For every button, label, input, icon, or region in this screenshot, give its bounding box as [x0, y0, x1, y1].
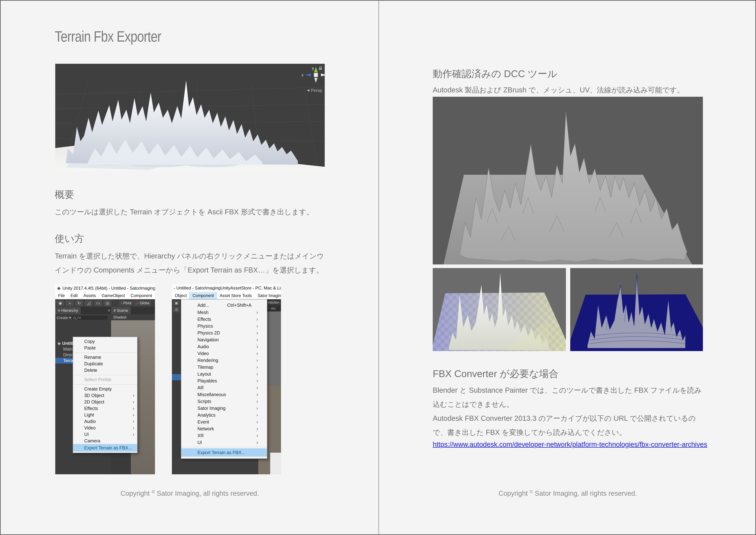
scene-tab[interactable]: # Scene: [111, 307, 131, 314]
rect-tool-icon[interactable]: ▭: [94, 300, 102, 306]
component-menu-item[interactable]: Sator Imaging ›: [181, 405, 267, 411]
context-menu-item[interactable]: Delete ›: [73, 367, 137, 375]
context-menu-item[interactable]: Video ›: [73, 425, 137, 431]
menu-item[interactable]: Assets: [81, 292, 99, 299]
rotate-tool-icon[interactable]: ↻: [75, 300, 83, 306]
submenu-chevron-icon: ›: [256, 343, 258, 350]
component-menu-item[interactable]: Rendering ›: [181, 357, 267, 364]
global-icon: ⊘: [136, 301, 139, 305]
menu-separator: [181, 447, 267, 447]
component-menu-item[interactable]: Miscellaneous ›: [181, 391, 267, 398]
context-menu-item[interactable]: 2D Object ›: [73, 399, 137, 405]
window-title: Unity 2017.4.4f1 (64bit) - Untitled - Sa…: [63, 286, 155, 291]
context-menu-item[interactable]: Rename ›: [73, 354, 137, 360]
bottom-dark-panel: [172, 459, 258, 474]
context-menu-item[interactable]: Duplicate ›: [73, 360, 137, 367]
dcc-heading: 動作確認済みの DCC ツール: [433, 68, 557, 80]
component-menu-item[interactable]: Playables ›: [181, 378, 267, 384]
submenu-chevron-icon: ›: [256, 425, 258, 432]
menu-item[interactable]: GameObject: [99, 292, 128, 299]
submenu-chevron-icon: ›: [256, 439, 258, 446]
dropdown-arrow-icon: ▾: [69, 316, 71, 320]
usage-body-line1: Terrain を選択した状態で、Hierarchy パネルの右クリックメニュー…: [55, 251, 324, 261]
context-menu-item[interactable]: Create Empty ›: [73, 386, 137, 392]
center-tool-icon[interactable]: ◎: [103, 300, 111, 306]
menu-item[interactable]: Component: [128, 292, 155, 299]
export-terrain-menu-item[interactable]: Export Terrain as FBX...: [73, 444, 137, 452]
component-menu-item[interactable]: Navigation ›: [181, 336, 267, 343]
create-button[interactable]: Create ▾: [57, 316, 71, 320]
hierarchy-tab[interactable]: ≡ Hierarchy: [55, 307, 81, 314]
component-menu-item[interactable]: Tilemap ›: [181, 364, 267, 371]
menu-item[interactable]: Asset Store Tools: [217, 292, 255, 299]
terrain-scene-graphic: y z Persp: [55, 64, 325, 171]
component-menu-item[interactable]: Network ›: [181, 425, 267, 432]
menu-item[interactable]: Sator Imaging: [255, 292, 281, 299]
fbx-body-line1: Blender と Substance Painter では、このツールで書き出…: [433, 385, 702, 395]
global-button[interactable]: ⊘Globa: [134, 300, 151, 306]
right-panel-column: election ∷ Ani: [267, 299, 281, 474]
component-menu-item[interactable]: Video ›: [181, 350, 267, 357]
animation-panel-label: Ani: [271, 307, 276, 310]
submenu-chevron-icon: ›: [256, 418, 258, 425]
submenu-chevron-icon: ›: [256, 316, 258, 323]
scale-tool-icon[interactable]: ◿: [85, 300, 93, 306]
component-menu-item[interactable]: Layout ›: [181, 371, 267, 378]
context-menu-item[interactable]: Audio ›: [73, 418, 137, 425]
component-menu-item[interactable]: Mesh ›: [181, 309, 267, 316]
component-menu-item[interactable]: UI ›: [181, 439, 267, 446]
shaded-dropdown[interactable]: Shaded: [111, 314, 155, 320]
context-menu-item[interactable]: Light ›: [73, 411, 137, 418]
component-menu-item[interactable]: XR ›: [181, 432, 267, 439]
add-menu-item[interactable]: Add... Ctrl+Shift+A: [181, 301, 267, 309]
gizmo-center-cube: [314, 73, 318, 77]
dcc-body: Autodesk 製品および ZBrush で、メッシュ、UV、法線が読み込み可…: [433, 85, 684, 95]
move-tool-icon[interactable]: ＋: [66, 300, 74, 306]
submenu-chevron-icon: ›: [256, 309, 258, 316]
menu-item[interactable]: Component: [190, 292, 217, 299]
lock-icon[interactable]: [319, 68, 322, 70]
menu-item[interactable]: Edit: [68, 292, 81, 299]
context-menu: Copy › Paste › Rename › Duplicate ›: [73, 337, 138, 453]
window-titlebar: - Untitled - SatorImagingUnityAssetStore…: [172, 284, 281, 292]
component-menu-item[interactable]: Scripts ›: [181, 398, 267, 405]
overview-heading: 概要: [55, 188, 74, 201]
component-menu-item[interactable]: Event ›: [181, 418, 267, 425]
usage-body-line2: インドウの Components メニューから「Export Terrain a…: [55, 265, 323, 275]
export-terrain-menu-item[interactable]: Export Terrain as FBX...: [181, 448, 267, 457]
menu-item[interactable]: Object: [172, 292, 190, 299]
submenu-chevron-icon: ›: [256, 371, 258, 378]
context-menu-item[interactable]: Effects ›: [73, 405, 137, 411]
submenu-chevron-icon: ›: [256, 411, 258, 418]
component-menu-item[interactable]: Audio ›: [181, 343, 267, 350]
search-input[interactable]: All: [72, 316, 108, 320]
pivot-button[interactable]: ▪Pivot: [119, 300, 133, 306]
component-menu-item[interactable]: AR ›: [181, 384, 267, 391]
context-menu-item[interactable]: Copy ›: [73, 338, 137, 345]
toolbar: ◉ ＋ ↻ ◿ ▭ ◎ ▪Pivot ⊘Globa: [55, 299, 155, 307]
context-menu-item[interactable]: 3D Object ›: [73, 392, 137, 399]
component-menu-item[interactable]: Analytics ›: [181, 411, 267, 418]
context-menu-item[interactable]: Select Prefab ›: [73, 376, 137, 384]
submenu-chevron-icon: ›: [256, 329, 258, 336]
gizmo-z-label: z: [302, 73, 304, 77]
menu-item[interactable]: File: [55, 292, 68, 299]
component-menu-item[interactable]: Physics 2D ›: [181, 329, 267, 336]
submenu-chevron-icon: ›: [133, 405, 134, 411]
submenu-chevron-icon: ›: [256, 398, 258, 405]
fbx-converter-archive-link[interactable]: https://www.autodesk.com/developer-netwo…: [433, 440, 707, 448]
panel-menu-icon[interactable]: ≡: [108, 308, 110, 313]
selected-row-sliver: [172, 374, 181, 380]
submenu-chevron-icon: ›: [256, 391, 258, 398]
context-menu-item[interactable]: UI ›: [73, 431, 137, 437]
hierarchy-context-screenshot: ◈Unity 2017.4.4f1 (64bit) - Untitled - S…: [55, 284, 155, 474]
unity-logo-icon: ◈: [57, 284, 61, 292]
component-menu-item[interactable]: Physics ›: [181, 323, 267, 329]
component-menu-item[interactable]: Effects ›: [181, 316, 267, 323]
context-menu-item[interactable]: Camera ›: [73, 437, 137, 444]
component-menu-screenshot: - Untitled - SatorImagingUnityAssetStore…: [172, 284, 281, 474]
hand-tool-icon[interactable]: ◉: [56, 300, 64, 306]
scene-grid-icon: #: [114, 308, 116, 313]
dcc-render-checker-image: [433, 268, 566, 351]
context-menu-item[interactable]: Paste ›: [73, 345, 137, 353]
